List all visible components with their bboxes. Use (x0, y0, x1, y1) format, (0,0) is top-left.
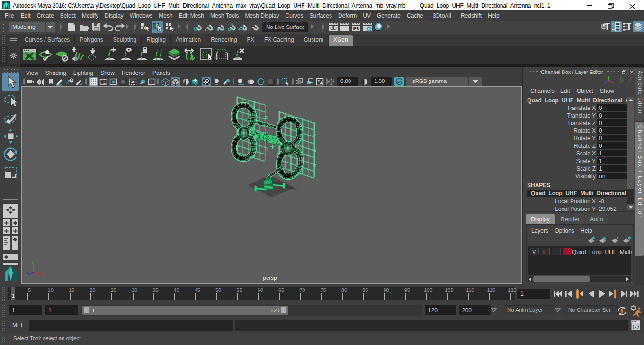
svg-text:T: T (151, 79, 153, 84)
svg-text:ON: ON (397, 80, 402, 83)
svg-text:x: x (41, 272, 44, 277)
svg-text:y: y (32, 260, 35, 264)
svg-text:{;}: {;} (632, 325, 639, 329)
svg-text:z: z (27, 270, 29, 275)
